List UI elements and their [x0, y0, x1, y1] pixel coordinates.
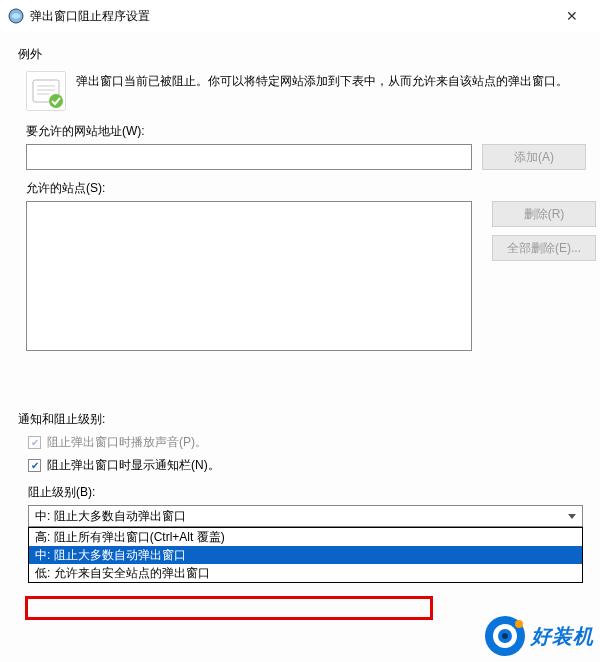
add-button: 添加(A): [482, 144, 586, 170]
info-icon: [26, 71, 66, 111]
window-title: 弹出窗口阻止程序设置: [30, 8, 552, 25]
block-level-label: 阻止级别(B):: [28, 484, 586, 501]
block-level-dropdown: 高: 阻止所有弹出窗口(Ctrl+Alt 覆盖) 中: 阻止大多数自动弹出窗口 …: [28, 527, 583, 583]
remove-all-button: 全部删除(E)...: [492, 235, 596, 261]
svg-point-2: [49, 94, 63, 108]
close-icon[interactable]: ✕: [552, 8, 592, 24]
option-high[interactable]: 高: 阻止所有弹出窗口(Ctrl+Alt 覆盖): [29, 528, 582, 546]
app-icon: [8, 8, 24, 24]
show-bar-label: 阻止弹出窗口时显示通知栏(N)。: [47, 457, 220, 474]
combo-selected-text: 中: 阻止大多数自动弹出窗口: [35, 508, 186, 525]
svg-point-6: [502, 633, 508, 639]
info-text: 弹出窗口当前已被阻止。你可以将特定网站添加到下表中，从而允许来自该站点的弹出窗口…: [76, 71, 568, 91]
watermark: 好装机: [483, 614, 594, 658]
address-label: 要允许的网站地址(W):: [26, 123, 586, 140]
highlight-box: [25, 596, 433, 620]
play-sound-label: 阻止弹出窗口时播放声音(P)。: [47, 434, 207, 451]
address-input[interactable]: [26, 144, 472, 170]
svg-point-7: [515, 620, 523, 628]
allowed-sites-label: 允许的站点(S):: [26, 180, 586, 197]
watermark-icon: [483, 614, 527, 658]
option-medium[interactable]: 中: 阻止大多数自动弹出窗口: [29, 546, 582, 564]
notification-header: 通知和阻止级别:: [18, 411, 586, 428]
title-bar: 弹出窗口阻止程序设置 ✕: [0, 0, 600, 32]
allowed-sites-list[interactable]: [26, 201, 472, 351]
play-sound-checkbox: ✔: [28, 436, 41, 449]
show-bar-checkbox[interactable]: ✔: [28, 459, 41, 472]
remove-button: 删除(R): [492, 201, 596, 227]
block-level-combo[interactable]: 中: 阻止大多数自动弹出窗口: [28, 505, 583, 527]
watermark-text: 好装机: [531, 623, 594, 650]
option-low[interactable]: 低: 允许来自安全站点的弹出窗口: [29, 564, 582, 582]
exceptions-header: 例外: [18, 46, 586, 63]
